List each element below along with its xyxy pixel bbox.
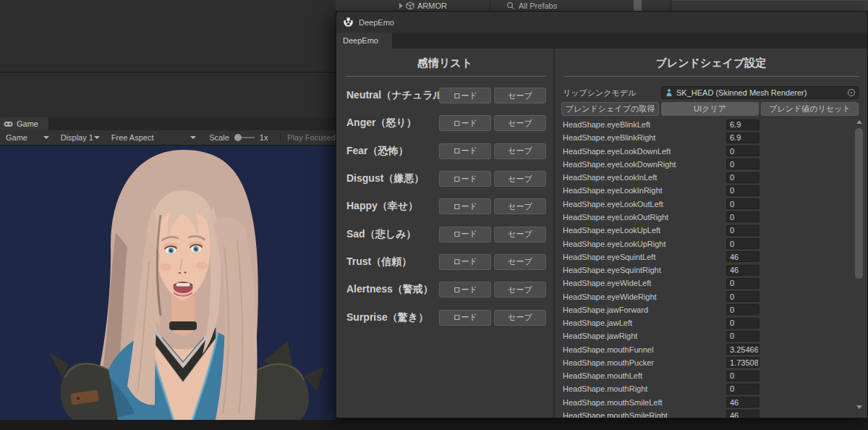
blendshape-value-field[interactable] (726, 384, 760, 395)
blendshape-value-field[interactable] (726, 211, 760, 222)
blendshape-value-field[interactable] (726, 291, 760, 302)
character-render (0, 146, 336, 420)
scroll-up-icon[interactable] (856, 120, 862, 124)
search-icon (506, 1, 515, 10)
blendshape-name: HeadShape.mouthPucker (563, 358, 726, 367)
aspect-dropdown[interactable]: Free Aspect (106, 130, 203, 145)
blendshape-value-field[interactable] (726, 265, 760, 276)
emotion-row: Anger（怒り）ロードセーブ (336, 109, 553, 137)
chevron-down-icon (43, 136, 49, 139)
project-item-armor[interactable]: ARMOR (399, 0, 447, 11)
display-dropdown[interactable]: Display 1 (55, 130, 106, 145)
emotion-label: Fear（恐怖） (346, 145, 439, 158)
unity-editor-screen: ARMOR All Prefabs Game (0, 0, 868, 430)
chevron-down-icon (94, 136, 100, 139)
save-button[interactable]: セーブ (494, 198, 546, 214)
blendshape-value-field[interactable] (726, 278, 760, 289)
blendshape-value-field[interactable] (726, 159, 760, 169)
deepemo-window: DeepEmo DeepEmo 感情リスト Neutral（ナチュラル）ロードセ… (336, 11, 868, 418)
scale-slider-knob[interactable] (234, 134, 242, 141)
blendshape-value-field[interactable] (726, 172, 760, 183)
blendshape-value-field[interactable] (726, 185, 760, 196)
scale-slider[interactable] (234, 137, 255, 138)
blendshape-row: HeadShape.eyeSquintLeft (555, 250, 848, 264)
blendshape-value-field[interactable] (726, 198, 760, 209)
blendshape-value-field[interactable] (726, 146, 760, 156)
blendshape-name: HeadShape.jawRight (563, 332, 726, 340)
save-button[interactable]: セーブ (494, 88, 546, 104)
blendshape-name: HeadShape.eyeBlinkLeft (563, 120, 726, 129)
background-panel-middle (0, 73, 336, 117)
save-button[interactable]: セーブ (494, 227, 546, 243)
emotion-header: 感情リスト (336, 56, 553, 69)
load-button[interactable]: ロード (439, 171, 491, 187)
object-picker-icon[interactable] (847, 88, 856, 97)
foldout-arrow-icon[interactable] (399, 3, 403, 9)
save-button[interactable]: セーブ (494, 115, 546, 131)
blendshape-value-field[interactable] (726, 119, 760, 130)
blendshape-scrollbar[interactable] (854, 119, 864, 410)
ui-clear-button[interactable]: UIクリア (661, 102, 759, 116)
save-button[interactable]: セーブ (494, 254, 546, 270)
game-tabbar: Game (0, 117, 336, 130)
save-button[interactable]: セーブ (494, 310, 546, 326)
blendshape-value-field[interactable] (726, 344, 760, 355)
search-field[interactable]: All Prefabs (506, 0, 557, 11)
lipsync-model-label: リップシンクモデル (563, 88, 661, 98)
reset-blend-values-button[interactable]: ブレンド値のリセット (761, 102, 859, 116)
scale-control: Scale 1x (209, 133, 268, 142)
emotion-row: Trust（信頼）ロードセーブ (336, 248, 553, 276)
blendshape-name: HeadShape.eyeLookInRight (563, 186, 726, 195)
blendshape-value-field[interactable] (726, 251, 760, 262)
play-focused-toggle[interactable]: Play Focused (287, 133, 336, 142)
save-button[interactable]: セーブ (494, 282, 546, 298)
background-scrollbar-thumb[interactable] (634, 0, 642, 11)
get-blendshapes-button[interactable]: ブレンドシェイプの取得 (561, 102, 659, 116)
blendshape-value-field[interactable] (726, 304, 760, 315)
blendshape-value-field[interactable] (726, 225, 760, 236)
window-title: DeepEmo (359, 18, 394, 27)
blendshape-row: HeadShape.eyeLookInRight (555, 184, 848, 197)
blendshape-value-field[interactable] (726, 238, 760, 249)
load-button[interactable]: ロード (439, 198, 491, 214)
blendshape-value-field[interactable] (726, 331, 760, 342)
save-button[interactable]: セーブ (494, 143, 546, 159)
deepemo-app-icon (343, 17, 354, 28)
blendshape-name: HeadShape.eyeBlinkRight (563, 133, 726, 142)
blendshape-name: HeadShape.mouthLeft (563, 371, 726, 380)
blendshape-row: HeadShape.eyeBlinkRight (555, 131, 848, 144)
load-button[interactable]: ロード (439, 310, 491, 326)
scroll-down-icon[interactable] (856, 405, 862, 409)
emotion-label: Sad（悲しみ） (346, 228, 439, 241)
emotion-label: Surprise（驚き） (346, 311, 439, 324)
load-button[interactable]: ロード (439, 282, 491, 298)
blendshape-value-field[interactable] (726, 371, 760, 381)
lipsync-model-field[interactable]: SK_HEAD (Skinned Mesh Renderer) (661, 86, 859, 99)
blendshape-value-field[interactable] (726, 357, 760, 368)
load-button[interactable]: ロード (439, 88, 491, 104)
load-button[interactable]: ロード (439, 143, 491, 159)
blendshape-name: HeadShape.eyeLookDownLeft (563, 147, 726, 156)
blendshape-value-field[interactable] (726, 410, 760, 418)
blendshape-value-field[interactable] (726, 397, 760, 408)
tab-deepemo[interactable]: DeepEmo (336, 33, 392, 49)
blendshape-value-field[interactable] (726, 318, 760, 329)
scrollbar-thumb[interactable] (855, 128, 863, 279)
display-target-dropdown[interactable]: Game (0, 130, 55, 145)
scale-label: Scale (209, 133, 229, 142)
blendshape-row: HeadShape.eyeLookOutRight (555, 211, 848, 224)
blendshape-name: HeadShape.mouthRight (563, 384, 726, 393)
load-button[interactable]: ロード (439, 227, 491, 243)
load-button[interactable]: ロード (439, 115, 491, 131)
load-button[interactable]: ロード (439, 254, 491, 270)
blendshape-value-field[interactable] (726, 132, 760, 143)
tab-game[interactable]: Game (0, 117, 48, 130)
deepemo-titlebar[interactable]: DeepEmo (336, 12, 867, 33)
save-button[interactable]: セーブ (494, 171, 546, 187)
blendshape-name: HeadShape.eyeWideLeft (563, 279, 726, 287)
blendshape-row: HeadShape.eyeLookInLeft (555, 171, 848, 184)
blendshape-name: HeadShape.eyeLookInLeft (563, 173, 726, 182)
blendshape-name: HeadShape.eyeLookUpLeft (563, 226, 726, 235)
emotion-row: Disgust（嫌悪）ロードセーブ (336, 165, 553, 193)
blendshape-header: ブレンドシェイプ設定 (555, 56, 867, 69)
